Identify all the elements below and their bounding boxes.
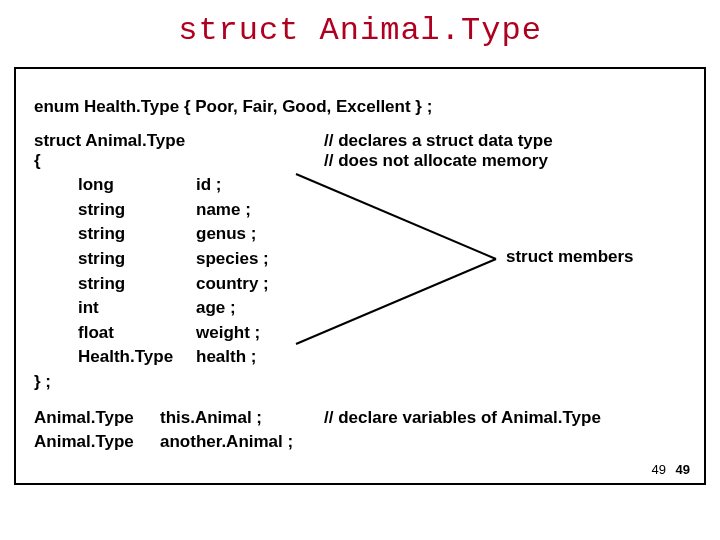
member-name: country ; [196, 272, 269, 297]
struct-members-label: struct members [506, 247, 634, 267]
slide-title: struct Animal.Type [0, 0, 720, 67]
member-name: name ; [196, 198, 251, 223]
member-name: id ; [196, 173, 222, 198]
var-row: Animal.Type this.Animal ; // declare var… [34, 406, 686, 430]
svg-line-1 [296, 259, 496, 344]
var-comment: // declare variables of Animal.Type [324, 406, 601, 430]
comment-line-1: // declares a struct data type [324, 131, 553, 151]
struct-open-brace: { [34, 151, 41, 170]
angle-bracket-icon [286, 164, 506, 364]
svg-line-0 [296, 174, 496, 259]
var-type: Animal.Type [34, 430, 160, 454]
enum-declaration: enum Health.Type { Poor, Fair, Good, Exc… [34, 97, 686, 117]
member-name: age ; [196, 296, 236, 321]
member-type: float [78, 321, 196, 346]
member-name: health ; [196, 345, 256, 370]
var-row: Animal.Type another.Animal ; [34, 430, 686, 454]
variable-declarations: Animal.Type this.Animal ; // declare var… [34, 406, 686, 454]
var-type: Animal.Type [34, 406, 160, 430]
struct-decl-text: struct Animal.Type [34, 131, 185, 150]
struct-header: struct Animal.Type // declares a struct … [34, 131, 686, 151]
member-name: species ; [196, 247, 269, 272]
member-type: int [78, 296, 196, 321]
member-type: long [78, 173, 196, 198]
member-type: Health.Type [78, 345, 196, 370]
member-type: string [78, 272, 196, 297]
member-type: string [78, 222, 196, 247]
member-type: string [78, 247, 196, 272]
page-number-outer: 49 [676, 462, 690, 477]
var-name: this.Animal ; [160, 406, 324, 430]
code-frame: enum Health.Type { Poor, Fair, Good, Exc… [14, 67, 706, 485]
member-name: genus ; [196, 222, 256, 247]
member-name: weight ; [196, 321, 260, 346]
member-type: string [78, 198, 196, 223]
page-number-inner: 49 [652, 462, 666, 477]
struct-close-brace: } ; [34, 372, 686, 392]
var-name: another.Animal ; [160, 430, 324, 454]
